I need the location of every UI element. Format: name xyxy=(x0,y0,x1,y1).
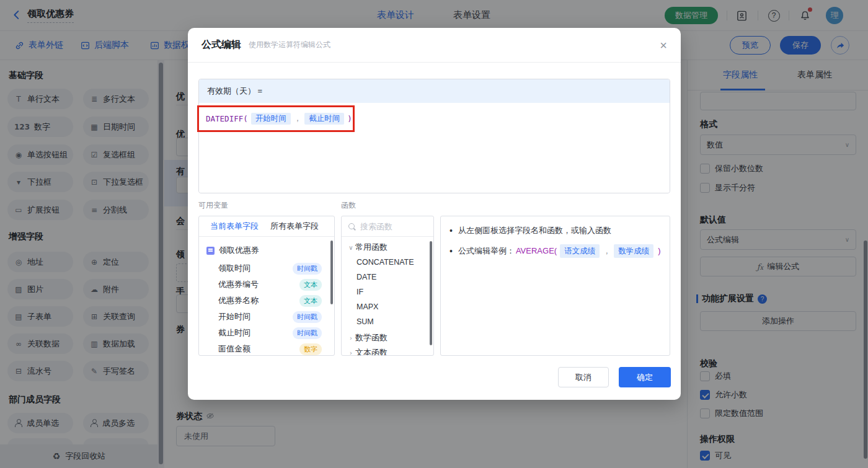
formula-close-paren: ) xyxy=(347,114,352,123)
function-item[interactable]: CONCATENATE xyxy=(342,255,433,270)
modal-title: 公式编辑 xyxy=(202,38,241,51)
formula-input-area[interactable]: DATEDIFF( 开始时间 ， 截止时间 ) xyxy=(199,103,670,193)
close-icon[interactable]: × xyxy=(660,39,667,51)
example-function: AVERAGE( xyxy=(516,245,557,257)
cancel-button[interactable]: 取消 xyxy=(558,367,609,387)
variable-field-row[interactable]: 优惠券编号 文本 xyxy=(199,278,334,291)
formula-field-chip[interactable]: 开始时间 xyxy=(251,113,291,125)
formula-function: DATEDIFF( xyxy=(206,114,248,123)
function-item[interactable]: SUM xyxy=(342,314,433,329)
variable-field-row[interactable]: 领取时间 时间戳 xyxy=(199,262,334,275)
chevron-collapsed-icon: › xyxy=(347,350,355,356)
search-icon xyxy=(348,223,356,231)
formula-expression: DATEDIFF( 开始时间 ， 截止时间 ) xyxy=(206,113,352,125)
help-line-1: • 从左侧面板选择字段名和函数，或输入函数 xyxy=(450,224,661,237)
example-comma: ， xyxy=(603,245,611,257)
tab-current-form-fields[interactable]: 当前表单字段 xyxy=(210,221,259,232)
function-item[interactable]: IF xyxy=(342,285,433,299)
bullet-icon: • xyxy=(450,224,453,237)
formula-target-bar: 有效期（天） = xyxy=(199,79,670,103)
chevron-collapsed-icon: › xyxy=(347,335,355,342)
field-type-badge: 时间戳 xyxy=(293,327,322,339)
field-type-badge: 时间戳 xyxy=(293,311,322,323)
variables-scrollbar[interactable] xyxy=(330,241,333,304)
example-field-chip: 语文成绩 xyxy=(560,244,600,258)
variables-panel: 当前表单字段 所有表单字段 领取优惠券 领取时间 时间戳 优惠券编号 文本 优惠… xyxy=(198,216,335,356)
bullet-icon: • xyxy=(450,245,453,257)
variables-label: 可用变量 xyxy=(198,200,228,211)
variable-field-row[interactable]: 截止时间 时间戳 xyxy=(199,326,334,340)
variable-field-row[interactable]: 优惠券名称 文本 xyxy=(199,294,334,307)
modal-header: 公式编辑 使用数学运算符编辑公式 × xyxy=(188,28,681,63)
function-search-input[interactable] xyxy=(360,222,422,231)
field-type-badge: 时间戳 xyxy=(293,263,322,275)
variables-tabs: 当前表单字段 所有表单字段 xyxy=(199,216,334,237)
chevron-expanded-icon: ∨ xyxy=(347,244,355,251)
field-type-badge: 文本 xyxy=(299,295,322,307)
formula-editor-modal: 公式编辑 使用数学运算符编辑公式 × 有效期（天） = DATEDIFF( 开始… xyxy=(188,28,681,400)
example-field-chip: 数学成绩 xyxy=(614,244,653,258)
function-search[interactable] xyxy=(342,216,433,237)
formula-editor: 有效期（天） = DATEDIFF( 开始时间 ， 截止时间 ) xyxy=(198,79,670,193)
function-group-text[interactable]: › 文本函数 xyxy=(342,345,433,356)
example-close-paren: ) xyxy=(658,245,660,257)
help-line-2: • 公式编辑举例： AVERAGE( 语文成绩 ， 数学成绩 ) xyxy=(450,244,661,258)
functions-label: 函数 xyxy=(341,200,356,211)
function-group-common[interactable]: ∨ 常用函数 xyxy=(342,240,433,255)
variables-form-node[interactable]: 领取优惠券 xyxy=(199,244,334,257)
field-type-badge: 数字 xyxy=(299,343,322,355)
function-item[interactable]: MAPX xyxy=(342,299,433,314)
field-type-badge: 文本 xyxy=(299,279,322,291)
variable-field-row[interactable]: 面值金额 数字 xyxy=(199,342,334,356)
confirm-button[interactable]: 确定 xyxy=(619,367,671,387)
tab-all-form-fields[interactable]: 所有表单字段 xyxy=(270,221,319,232)
function-item[interactable]: DATE xyxy=(342,270,433,285)
formula-field-chip[interactable]: 截止时间 xyxy=(304,113,344,125)
functions-panel: ∨ 常用函数 CONCATENATE DATE IF MAPX SUM › 数学… xyxy=(341,216,434,356)
formula-comma: ， xyxy=(294,113,302,124)
help-panel: • 从左侧面板选择字段名和函数，或输入函数 • 公式编辑举例： AVERAGE(… xyxy=(440,216,670,356)
function-group-math[interactable]: › 数学函数 xyxy=(342,330,433,345)
variable-field-row[interactable]: 开始时间 时间戳 xyxy=(199,310,334,324)
functions-scrollbar[interactable] xyxy=(430,241,432,345)
form-doc-icon xyxy=(206,247,215,255)
modal-subtitle: 使用数学运算符编辑公式 xyxy=(249,40,330,50)
